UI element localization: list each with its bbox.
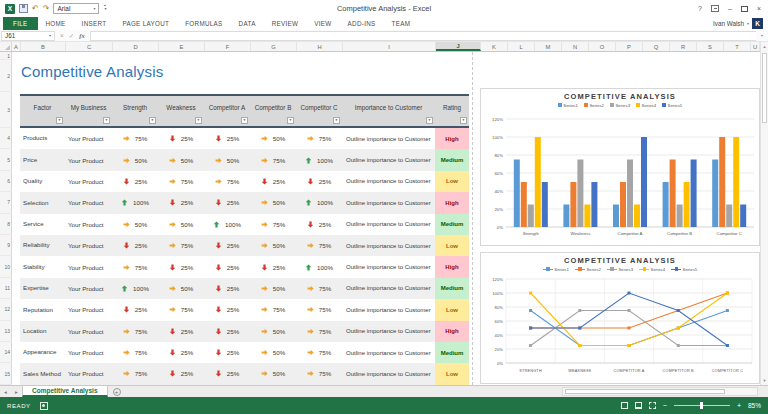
rating-cell[interactable]: Medium	[435, 342, 469, 363]
column-header-I[interactable]: I	[343, 42, 436, 51]
metric-cell[interactable]: 25%	[158, 256, 204, 277]
rating-cell[interactable]: Low	[435, 235, 469, 256]
filter-dropdown-icon[interactable]: ▾	[460, 117, 467, 124]
macro-record-icon[interactable]	[40, 402, 48, 410]
name-box[interactable]: J61 ▾	[1, 31, 55, 41]
rating-cell[interactable]: Medium	[435, 149, 469, 170]
metric-cell[interactable]: 75%	[296, 128, 342, 149]
ribbon-tab-page-layout[interactable]: PAGE LAYOUT	[114, 17, 177, 30]
legend-item[interactable]: Series3	[610, 103, 630, 108]
metric-cell[interactable]: 50%	[250, 321, 296, 342]
filter-dropdown-icon[interactable]: ▾	[195, 117, 202, 124]
row-header-8[interactable]: 8	[0, 214, 12, 235]
metric-cell[interactable]: 75%	[204, 171, 250, 192]
metric-cell[interactable]: 100%	[112, 192, 158, 213]
avatar[interactable]: K	[752, 18, 763, 29]
legend-item[interactable]: Series1	[558, 103, 578, 108]
row-header-10[interactable]: 10	[0, 256, 12, 277]
metric-cell[interactable]: 25%	[158, 321, 204, 342]
metric-cell[interactable]: 75%	[112, 321, 158, 342]
legend-item[interactable]: Series2	[575, 267, 601, 272]
user-name[interactable]: Ivan Walsh	[713, 20, 744, 27]
metric-cell[interactable]: 75%	[296, 299, 342, 320]
metric-cell[interactable]: 50%	[250, 278, 296, 299]
column-header-B[interactable]: B	[21, 42, 66, 51]
column-header-M[interactable]: M	[535, 42, 562, 51]
metric-cell[interactable]: 50%	[158, 278, 204, 299]
zoom-slider-thumb[interactable]	[700, 402, 703, 409]
table-header-importance-to-customer[interactable]: Importance to Customer▾	[342, 96, 435, 126]
factor-cell[interactable]: Stability	[20, 256, 65, 277]
factor-cell[interactable]: Quality	[20, 171, 65, 192]
factor-cell[interactable]: Location	[20, 321, 65, 342]
row-header-2[interactable]: 2	[0, 60, 12, 92]
enter-icon[interactable]: ✓	[69, 32, 74, 40]
column-header-D[interactable]: D	[113, 42, 159, 51]
row-header-1[interactable]: 1	[0, 52, 12, 60]
tab-scroll-left-icon[interactable]: ◂	[0, 386, 11, 397]
business-cell[interactable]: Your Product	[65, 256, 112, 277]
metric-cell[interactable]: 50%	[158, 214, 204, 235]
metric-cell[interactable]: 50%	[158, 149, 204, 170]
importance-cell[interactable]: Outline importance to Customer	[342, 342, 435, 363]
scroll-down-icon[interactable]: ▼	[761, 376, 768, 385]
metric-cell[interactable]: 75%	[158, 299, 204, 320]
factor-cell[interactable]: Service	[20, 214, 65, 235]
metric-cell[interactable]: 75%	[158, 235, 204, 256]
importance-cell[interactable]: Outline importance to Customer	[342, 321, 435, 342]
formula-input[interactable]	[90, 31, 756, 41]
business-cell[interactable]: Your Product	[65, 128, 112, 149]
business-cell[interactable]: Your Product	[65, 278, 112, 299]
factor-cell[interactable]: Selection	[20, 192, 65, 213]
table-header-my-business[interactable]: My Business▾	[65, 96, 112, 126]
metric-cell[interactable]: 50%	[250, 342, 296, 363]
zoom-level[interactable]: 85%	[748, 402, 761, 409]
page-break-view-icon[interactable]	[649, 402, 656, 409]
importance-cell[interactable]: Outline importance to Customer	[342, 299, 435, 320]
ribbon-tab-review[interactable]: REVIEW	[264, 17, 307, 30]
column-header-U[interactable]: U	[751, 42, 760, 51]
table-header-factor[interactable]: Factor▾	[20, 96, 65, 126]
scroll-thumb[interactable]	[762, 53, 767, 123]
column-header-L[interactable]: L	[508, 42, 535, 51]
column-header-G[interactable]: G	[251, 42, 297, 51]
metric-cell[interactable]: 25%	[112, 235, 158, 256]
factor-cell[interactable]: Sales Method	[20, 363, 65, 384]
metric-cell[interactable]: 25%	[296, 171, 342, 192]
metric-cell[interactable]: 25%	[204, 363, 250, 384]
business-cell[interactable]: Your Product	[65, 342, 112, 363]
new-sheet-icon[interactable]: +	[113, 388, 121, 396]
rating-cell[interactable]: Medium	[435, 214, 469, 235]
horizontal-scrollbar[interactable]	[562, 387, 758, 396]
column-header-A[interactable]: A	[12, 42, 21, 51]
ribbon-tab-add-ins[interactable]: ADD-INS	[340, 17, 384, 30]
business-cell[interactable]: Your Product	[65, 214, 112, 235]
metric-cell[interactable]: 50%	[250, 192, 296, 213]
metric-cell[interactable]: 100%	[296, 256, 342, 277]
row-header-11[interactable]: 11	[0, 278, 12, 299]
column-header-C[interactable]: C	[66, 42, 113, 51]
metric-cell[interactable]: 25%	[112, 171, 158, 192]
legend-item[interactable]: Series5	[671, 267, 697, 272]
row-header-3[interactable]: 3	[0, 92, 12, 128]
ribbon-tab-data[interactable]: DATA	[231, 17, 264, 30]
filter-dropdown-icon[interactable]: ▾	[241, 117, 248, 124]
column-header-O[interactable]: O	[589, 42, 616, 51]
cancel-icon[interactable]: ×	[60, 32, 64, 39]
metric-cell[interactable]: 50%	[250, 363, 296, 384]
metric-cell[interactable]: 75%	[296, 321, 342, 342]
factor-cell[interactable]: Products	[20, 128, 65, 149]
metric-cell[interactable]: 25%	[250, 171, 296, 192]
column-header-J[interactable]: J	[436, 42, 481, 51]
business-cell[interactable]: Your Product	[65, 321, 112, 342]
font-name-dropdown[interactable]: Arial ▾	[53, 3, 99, 14]
filter-dropdown-icon[interactable]: ▾	[103, 117, 110, 124]
rating-cell[interactable]: Low	[435, 363, 469, 384]
help-icon[interactable]: ?	[698, 5, 702, 12]
importance-cell[interactable]: Outline importance to Customer	[342, 235, 435, 256]
metric-cell[interactable]: 50%	[112, 214, 158, 235]
column-header-F[interactable]: F	[205, 42, 251, 51]
business-cell[interactable]: Your Product	[65, 192, 112, 213]
save-icon[interactable]	[19, 4, 28, 13]
metric-cell[interactable]: 25%	[158, 192, 204, 213]
